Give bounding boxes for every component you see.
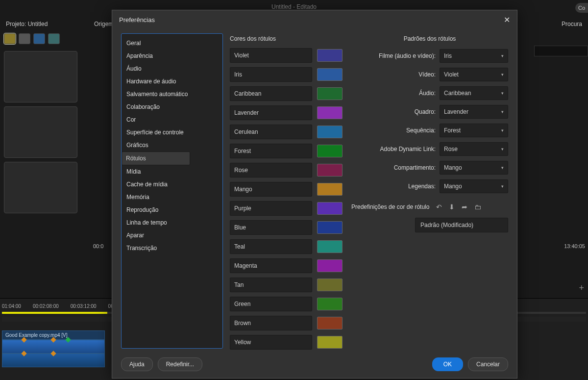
label-name-input[interactable]: [230, 144, 312, 158]
bin-slot[interactable]: [4, 162, 77, 213]
sidebar-item-colabora-o[interactable]: Colaboração: [122, 101, 222, 113]
label-chip[interactable]: [33, 33, 45, 44]
timecode-left: 00:0: [93, 243, 103, 249]
dialog-title: Preferências: [119, 16, 155, 24]
timecode-right: 13:40:05: [564, 243, 585, 249]
search-label: Procura: [531, 18, 584, 30]
default-select[interactable]: Caribbean▾: [440, 86, 508, 100]
bin-slot[interactable]: [4, 106, 77, 158]
label-name-input[interactable]: [230, 258, 312, 273]
sidebar-item-linha-de-tempo[interactable]: Linha de tempo: [122, 216, 222, 229]
label-name-input[interactable]: [230, 86, 312, 101]
default-label: Compartimento:: [351, 164, 436, 171]
chevron-down-icon: ▾: [501, 53, 504, 58]
color-swatch[interactable]: [317, 68, 343, 81]
sidebar-item-r-tulos[interactable]: Rótulos: [122, 152, 190, 165]
sidebar-item-apar-ncia[interactable]: Aparência: [122, 50, 222, 62]
default-select[interactable]: Rose▾: [440, 142, 508, 156]
label-defaults-heading: Padrões dos rótulos: [351, 35, 508, 42]
chevron-down-icon: ▾: [501, 109, 504, 114]
label-name-input[interactable]: [230, 105, 312, 120]
color-swatch[interactable]: [317, 336, 343, 349]
label-name-input[interactable]: [230, 48, 312, 63]
sidebar-item-cache-de-m-dia[interactable]: Cache de mídia: [122, 178, 222, 191]
label-chip[interactable]: [4, 33, 16, 44]
undo-icon[interactable]: ↶: [436, 203, 442, 211]
sidebar-item-reprodu-o[interactable]: Reprodução: [122, 203, 222, 216]
reset-button[interactable]: Redefinir...: [158, 357, 202, 371]
label-chip[interactable]: [19, 33, 30, 44]
color-swatch[interactable]: [317, 87, 343, 100]
label-name-input[interactable]: [230, 278, 312, 292]
project-panel: Projeto: Untitled: [0, 14, 88, 298]
label-name-input[interactable]: [230, 239, 312, 254]
label-chip[interactable]: [48, 33, 60, 44]
sidebar-item-transcri-o[interactable]: Transcrição: [122, 242, 222, 254]
sidebar-item-cor[interactable]: Cor: [122, 113, 222, 126]
search-input[interactable]: [534, 46, 588, 56]
default-select[interactable]: Forest▾: [440, 124, 508, 137]
sidebar-item-salvamento-autom-tico[interactable]: Salvamento automático: [122, 88, 222, 101]
top-right-button[interactable]: Co: [575, 3, 588, 13]
export-icon[interactable]: ➦: [462, 203, 467, 211]
close-icon[interactable]: ✕: [504, 15, 510, 25]
color-swatch[interactable]: [317, 126, 343, 138]
color-swatch[interactable]: [317, 49, 343, 62]
sidebar-item-geral[interactable]: Geral: [122, 37, 222, 50]
ruler-tick-label: 00:02:08:00: [33, 304, 59, 309]
default-select[interactable]: Mango▾: [440, 179, 508, 193]
ruler-tick-label: 01:04:00: [2, 304, 21, 309]
default-select[interactable]: Iris▾: [440, 49, 508, 63]
color-swatch[interactable]: [317, 298, 343, 310]
color-swatch[interactable]: [317, 106, 343, 119]
label-name-input[interactable]: [230, 182, 312, 197]
chevron-down-icon: ▾: [501, 165, 504, 170]
default-label: Adobe Dynamic Link:: [351, 146, 436, 152]
sidebar-item-m-dia[interactable]: Mídia: [122, 165, 222, 178]
sidebar-item--udio[interactable]: Áudio: [122, 62, 222, 75]
default-label: Quadro:: [351, 108, 436, 115]
project-panel-title: Projeto: Untitled: [4, 18, 84, 30]
cancel-button[interactable]: Cancelar: [468, 357, 508, 371]
default-select[interactable]: Mango▾: [440, 161, 508, 175]
label-name-input[interactable]: [230, 201, 312, 216]
label-name-input[interactable]: [230, 297, 312, 311]
color-swatch[interactable]: [317, 279, 343, 291]
chevron-down-icon: ▾: [501, 147, 504, 152]
color-swatch[interactable]: [317, 164, 343, 177]
label-name-input[interactable]: [230, 335, 312, 350]
sidebar-item-gr-ficos[interactable]: Gráficos: [122, 139, 222, 152]
color-swatch[interactable]: [317, 183, 343, 196]
color-swatch[interactable]: [317, 145, 343, 157]
sidebar-item-mem-ria[interactable]: Memória: [122, 191, 222, 203]
label-name-input[interactable]: [230, 316, 312, 330]
sidebar-item-superf-cie-de-controle[interactable]: Superfície de controle: [122, 126, 222, 139]
color-swatch[interactable]: [317, 202, 343, 215]
add-icon[interactable]: +: [579, 283, 584, 293]
color-swatch[interactable]: [317, 259, 343, 272]
download-icon[interactable]: ⬇: [449, 203, 455, 211]
label-name-input[interactable]: [230, 163, 312, 177]
label-name-input[interactable]: [230, 67, 312, 82]
default-label: Sequência:: [351, 127, 436, 134]
folder-icon[interactable]: 🗀: [474, 203, 481, 211]
sidebar-item-hardware-de-udio[interactable]: Hardware de áudio: [122, 75, 222, 88]
help-button[interactable]: Ajuda: [121, 357, 153, 371]
sidebar-item-aparar[interactable]: Aparar: [122, 229, 222, 242]
preferences-sidebar: GeralAparênciaÁudioHardware de áudioSalv…: [121, 33, 223, 349]
bin-slot[interactable]: [4, 51, 77, 102]
label-name-input[interactable]: [230, 220, 312, 235]
clip-audio-track[interactable]: [2, 354, 105, 367]
ruler-tick-label: 00:03:12:00: [71, 304, 97, 309]
label-colors-heading: Cores dos rótulos: [230, 35, 343, 42]
ok-button[interactable]: OK: [432, 357, 463, 371]
preset-select[interactable]: Padrão (Modificado): [415, 218, 508, 232]
color-swatch[interactable]: [317, 240, 343, 253]
default-select[interactable]: Lavender▾: [440, 105, 508, 119]
default-label: Filme (áudio e vídeo):: [351, 52, 436, 59]
preset-label: Predefinições de cor de rótulo: [351, 203, 429, 210]
color-swatch[interactable]: [317, 221, 343, 234]
default-select[interactable]: Violet▾: [440, 68, 508, 81]
label-name-input[interactable]: [230, 125, 312, 139]
color-swatch[interactable]: [317, 317, 343, 329]
